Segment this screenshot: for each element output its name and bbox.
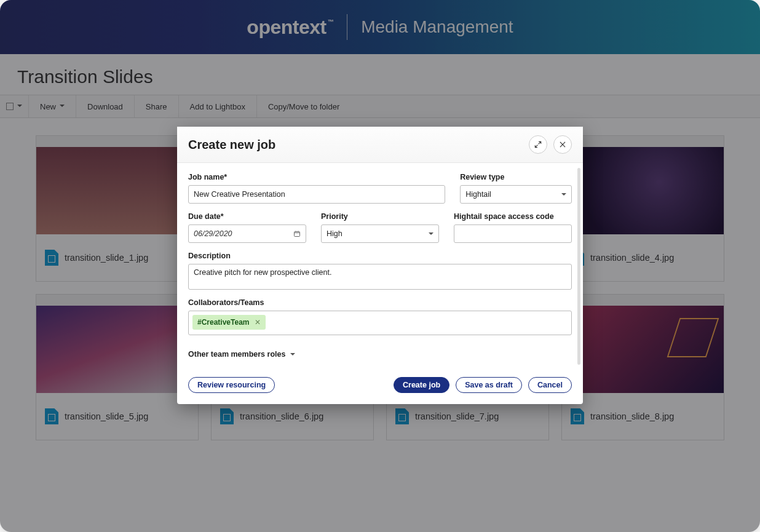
review-resourcing-button[interactable]: Review resourcing — [188, 377, 275, 393]
chevron-down-icon — [290, 353, 295, 358]
due-date-input[interactable]: 06/29/2020 — [188, 224, 306, 243]
access-code-field: Hightail space access code — [454, 212, 572, 243]
modal-header-actions — [529, 135, 572, 154]
modal-header: Create new job — [177, 127, 583, 163]
close-icon — [558, 140, 567, 149]
due-date-value: 06/29/2020 — [194, 229, 232, 238]
job-name-field: Job name* — [188, 173, 445, 204]
collaborators-input[interactable]: #CreativeTeam✕ — [188, 311, 572, 335]
modal-overlay: Create new job Job name* — [0, 0, 760, 532]
save-draft-button[interactable]: Save as draft — [456, 377, 522, 393]
app-window: opentext ™ Media Management Transition S… — [0, 0, 760, 532]
tag-remove-icon[interactable]: ✕ — [255, 318, 261, 327]
access-code-input[interactable] — [454, 224, 572, 243]
review-type-field: Review type Hightail — [460, 173, 572, 204]
job-name-label: Job name* — [188, 173, 445, 181]
cancel-button[interactable]: Cancel — [528, 377, 572, 393]
create-job-button[interactable]: Create job — [394, 377, 449, 393]
modal-body: Job name* Review type Hightail Due date* — [177, 163, 583, 370]
review-type-value: Hightail — [465, 190, 491, 199]
other-roles-accordion[interactable]: Other team members roles — [188, 346, 572, 365]
review-type-label: Review type — [460, 173, 572, 181]
description-field: Description — [188, 252, 572, 290]
modal-footer: Review resourcing Create job Save as dra… — [177, 370, 583, 404]
collaborator-tag: #CreativeTeam✕ — [192, 315, 266, 330]
priority-select[interactable]: High — [321, 224, 439, 243]
job-name-input[interactable] — [188, 185, 445, 204]
due-date-field: Due date* 06/29/2020 — [188, 212, 306, 243]
create-job-modal: Create new job Job name* — [177, 127, 583, 404]
close-button[interactable] — [553, 135, 572, 154]
due-date-label: Due date* — [188, 212, 306, 221]
priority-value: High — [327, 229, 342, 238]
priority-label: Priority — [321, 212, 439, 221]
svg-rect-0 — [295, 232, 300, 237]
priority-field: Priority High — [321, 212, 439, 243]
tag-label: #CreativeTeam — [197, 318, 250, 327]
chevron-down-icon — [429, 232, 433, 237]
collaborators-label: Collaborators/Teams — [188, 298, 572, 307]
calendar-icon — [293, 230, 301, 237]
expand-icon — [534, 140, 542, 149]
expand-button[interactable] — [529, 135, 547, 154]
description-input[interactable] — [188, 264, 572, 290]
access-code-label: Hightail space access code — [454, 212, 572, 221]
other-roles-label: Other team members roles — [188, 350, 285, 359]
description-label: Description — [188, 252, 572, 260]
modal-title: Create new job — [188, 138, 275, 152]
chevron-down-icon — [561, 193, 566, 198]
modal-footer-right: Create job Save as draft Cancel — [394, 377, 572, 393]
review-type-select[interactable]: Hightail — [460, 185, 572, 204]
